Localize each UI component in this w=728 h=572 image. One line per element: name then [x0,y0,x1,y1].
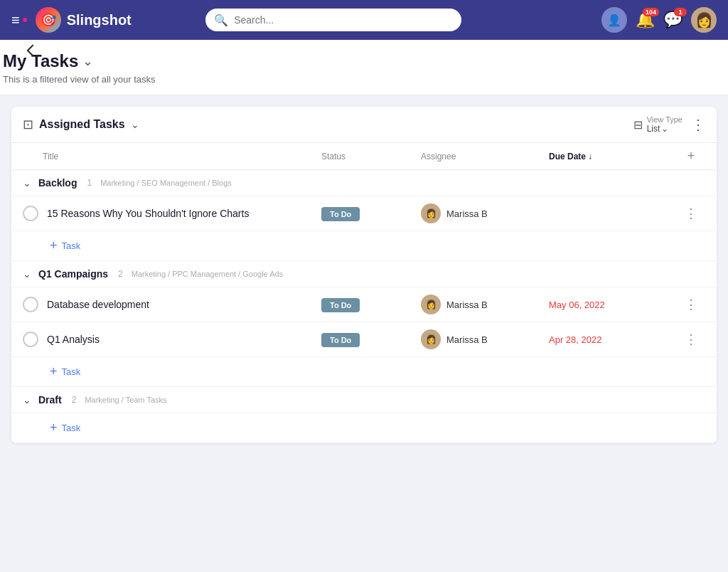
page-subtitle: This is a filtered view of all your task… [3,74,725,85]
add-task-button[interactable]: + Task [50,364,80,379]
logo-icon: 🎯 [36,7,61,33]
add-task-button[interactable]: + Task [50,420,80,435]
assignee-cell: 👩 Marissa B [421,295,549,314]
group-count: 1 [87,178,92,188]
chat-badge: 1 [674,8,687,16]
add-task-row: + Task [11,357,717,387]
task-checkbox[interactable] [23,206,38,221]
status-badge[interactable]: To Do [321,298,360,312]
assignee-avatar: 👩 [421,295,441,314]
col-header-status: Status [321,152,421,161]
groups-container: ⌄ Backlog 1 Marketing / SEO Management /… [11,170,717,443]
assignee-name: Marissa B [446,300,488,310]
sort-icon: ↓ [588,152,592,161]
notification-badge: 104 [643,8,659,16]
group-count: 2 [72,395,77,405]
add-task-button[interactable]: + Task [50,238,80,253]
status-badge[interactable]: To Do [321,333,360,347]
page-title-chevron-icon[interactable]: ⌄ [82,53,93,69]
due-date-cell: May 06, 2022 [549,300,677,310]
assignee-name: Marissa B [446,208,488,219]
view-type-label: View Type List ⌄ [647,115,682,134]
assignee-cell: 👩 Marissa B [421,203,549,223]
group-row: ⌄ Draft 2 Marketing / Team Tasks [11,387,717,413]
task-more-button[interactable]: ⋮ [677,297,705,312]
group-row: ⌄ Q1 Campaigns 2 Marketing / PPC Managem… [11,261,717,287]
assignee-avatar: 👩 [421,329,441,349]
add-task-label: Task [62,240,81,251]
view-type-icon: ⊟ [633,118,643,132]
add-task-plus-icon: + [50,420,58,435]
nav-avatar-profile[interactable]: 👩 [691,7,717,33]
group-name: Backlog [38,177,77,189]
assignee-cell: 👩 Marissa B [421,329,549,349]
assigned-tasks-icon: ⊡ [23,117,33,132]
group-path: Marketing / SEO Management / Blogs [100,179,232,187]
task-row: Q1 Analysis To Do 👩 Marissa B Apr 28, 20… [11,322,717,357]
task-status-cell: To Do [321,207,421,220]
task-row: Database development To Do 👩 Marissa B M… [11,287,717,322]
status-badge[interactable]: To Do [321,207,360,221]
card-title-chevron-icon[interactable]: ⌄ [131,119,139,130]
assignee-name: Marissa B [446,334,488,345]
chat-button[interactable]: 💬 1 [663,11,682,29]
card-header-right: ⊟ View Type List ⌄ ⋮ [633,115,705,134]
group-name: Q1 Campaigns [38,268,108,280]
task-status-cell: To Do [321,298,421,311]
nav-right-actions: 👤 🔔 104 💬 1 👩 [601,7,717,33]
task-more-button[interactable]: ⋮ [677,206,705,221]
group-name: Draft [38,394,62,406]
search-bar: 🔍 [205,9,461,31]
nav-avatar-user[interactable]: 👤 [601,7,627,33]
add-task-label: Task [62,366,81,377]
menu-button[interactable]: ≡ [11,12,27,28]
add-task-row: + Task [11,413,717,443]
main-card: ⊡ Assigned Tasks ⌄ ⊟ View Type List ⌄ ⋮ [11,107,717,443]
logo-text: Slingshot [67,12,132,28]
group-collapse-button[interactable]: ⌄ [23,268,31,280]
group-count: 2 [118,269,123,279]
due-date-cell: Apr 28, 2022 [549,334,677,345]
add-task-label: Task [62,423,81,433]
page-title: My Tasks [3,51,78,71]
task-name: Q1 Analysis [47,334,100,345]
task-title-cell: Database development [23,297,321,312]
card-header: ⊡ Assigned Tasks ⌄ ⊟ View Type List ⌄ ⋮ [11,107,717,143]
group-collapse-button[interactable]: ⌄ [23,394,31,406]
group-collapse-button[interactable]: ⌄ [23,177,31,189]
add-task-plus-icon: + [50,238,58,253]
task-title-cell: 15 Reasons Why You Shouldn't Ignore Char… [23,206,321,221]
task-status-cell: To Do [321,333,421,346]
page-header: My Tasks ⌄ This is a filtered view of al… [0,40,728,95]
view-type-button[interactable]: ⊟ View Type List ⌄ [633,115,682,134]
view-type-sub: List ⌄ [647,124,669,134]
group-path: Marketing / Team Tasks [85,396,166,404]
search-icon: 🔍 [214,14,228,27]
task-more-button[interactable]: ⋮ [677,332,705,347]
task-name: Database development [47,299,149,310]
view-type-text: View Type [647,115,682,124]
search-input[interactable] [205,9,461,31]
card-more-button[interactable]: ⋮ [691,117,705,132]
view-type-chevron-icon: ⌄ [661,124,668,134]
col-header-title: Title [23,152,321,161]
table-header: Title Status Assignee Due Date ↓ + [11,143,717,170]
task-title-cell: Q1 Analysis [23,332,321,347]
col-header-assignee: Assignee [421,152,549,161]
group-path: Marketing / PPC Management / Google Ads [132,270,283,278]
menu-icon: ≡ [11,12,20,28]
top-navigation: ≡ 🎯 Slingshot 🔍 👤 🔔 104 💬 1 👩 [0,0,728,40]
assignee-avatar: 👩 [421,203,441,223]
notifications-button[interactable]: 🔔 104 [636,11,655,29]
add-task-plus-icon: + [50,364,58,379]
add-column-button[interactable]: + [677,149,705,164]
col-header-due-date: Due Date ↓ [549,152,677,161]
task-checkbox[interactable] [23,332,38,347]
card-title: Assigned Tasks [39,118,125,131]
group-row: ⌄ Backlog 1 Marketing / SEO Management /… [11,170,717,196]
task-row: 15 Reasons Why You Shouldn't Ignore Char… [11,196,717,231]
logo: 🎯 Slingshot [36,7,132,33]
add-task-row: + Task [11,231,717,261]
task-name: 15 Reasons Why You Shouldn't Ignore Char… [47,208,249,219]
task-checkbox[interactable] [23,297,38,312]
